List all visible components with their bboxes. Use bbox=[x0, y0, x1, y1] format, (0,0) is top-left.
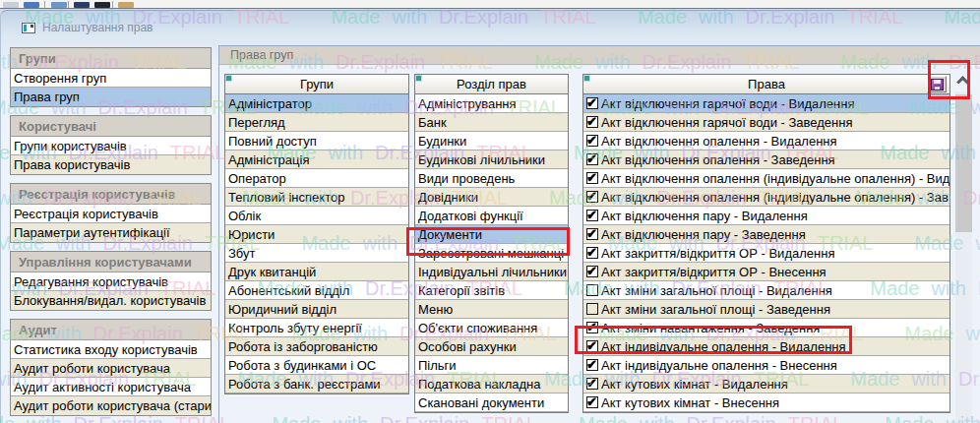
checkbox[interactable] bbox=[586, 396, 598, 408]
row-label: Меню bbox=[415, 302, 453, 317]
list-row[interactable]: Індивідуальні лічильники bbox=[415, 263, 568, 281]
list-row[interactable]: Зареєстровані мешканці bbox=[415, 244, 568, 263]
list-row[interactable]: Додаткові функції bbox=[415, 207, 568, 225]
list-row[interactable]: Друк квитанцій bbox=[225, 263, 408, 281]
checkbox[interactable] bbox=[586, 153, 598, 165]
list-row[interactable]: Акт індивідуальне опалення - Видалення bbox=[583, 337, 949, 356]
save-button[interactable] bbox=[927, 76, 947, 92]
sidebar-item[interactable]: Аудит роботи користувача bbox=[11, 359, 211, 378]
toolbar-icon-6[interactable] bbox=[118, 2, 134, 8]
list-row[interactable]: Скановані документи bbox=[415, 393, 568, 412]
list-row[interactable]: Акт закриття/відкриття ОР - Внесення bbox=[583, 263, 949, 281]
list-row[interactable]: Повний доступ bbox=[225, 132, 408, 151]
sidebar-item[interactable]: Права користувачів bbox=[11, 155, 211, 174]
list-row[interactable]: Збут bbox=[225, 244, 408, 263]
list-row[interactable]: Пільги bbox=[415, 356, 568, 375]
checkbox[interactable] bbox=[586, 284, 598, 296]
list-row[interactable]: Тепловий інспектор bbox=[225, 188, 408, 207]
list-row[interactable]: Податкова накладна bbox=[415, 375, 568, 393]
checkbox[interactable] bbox=[586, 266, 598, 277]
list-row[interactable]: Адміністрування bbox=[415, 94, 568, 113]
list-row[interactable]: Будинкові лічильники bbox=[415, 151, 568, 169]
list-row[interactable]: Особові рахунки bbox=[415, 337, 568, 356]
row-label: Облік bbox=[225, 209, 261, 223]
list-row[interactable]: Будинки bbox=[415, 132, 568, 151]
list-row[interactable]: Акт зміни загальної площі - Видалення bbox=[583, 281, 949, 300]
list-row[interactable]: Акт відключення опалення - Заведення bbox=[583, 151, 949, 169]
checkbox[interactable] bbox=[586, 340, 598, 352]
toolbar-icon-3[interactable] bbox=[51, 2, 67, 8]
checkbox[interactable] bbox=[586, 303, 598, 315]
list-row[interactable]: Юристи bbox=[225, 225, 408, 244]
toolbar-icon-1[interactable] bbox=[3, 2, 19, 8]
list-row[interactable]: Оператор bbox=[225, 169, 408, 188]
row-label: Перегляд bbox=[225, 115, 285, 130]
sidebar-item[interactable]: Редагування користувачів bbox=[11, 272, 211, 291]
list-row[interactable]: Робота з будинками і ОС bbox=[225, 356, 408, 375]
row-label: Друк квитанцій bbox=[225, 265, 316, 279]
sidebar-group-header: Користувачі bbox=[11, 116, 211, 137]
list-row[interactable]: Перегляд bbox=[225, 113, 408, 132]
list-row[interactable]: Акт відключення пару - Видалення bbox=[583, 207, 949, 225]
sidebar-item[interactable]: Права груп bbox=[11, 88, 211, 106]
checkbox[interactable] bbox=[586, 97, 598, 109]
sidebar-item[interactable]: Параметри аутентифікації bbox=[11, 223, 211, 242]
sidebar-item[interactable]: Статистика входу користувачів bbox=[11, 340, 211, 359]
row-label: Оператор bbox=[225, 171, 286, 186]
list-row[interactable]: Акт відключення опалення - Видалення bbox=[583, 132, 949, 151]
row-label: Акт зміни загальної площі - Видалення bbox=[598, 283, 832, 298]
checkbox[interactable] bbox=[586, 322, 598, 333]
sidebar-item[interactable]: Реєстрація користувачів bbox=[11, 205, 211, 223]
sidebar-item[interactable]: Блокування/видал. користувачів bbox=[11, 291, 211, 310]
checkbox[interactable] bbox=[586, 191, 598, 203]
list-row[interactable]: Акт зміни загальної площі - Заведення bbox=[583, 300, 949, 319]
list-row[interactable]: Акт індивідуальне опалення - Внесення bbox=[583, 356, 949, 375]
list-row[interactable]: Об'єкти споживання bbox=[415, 319, 568, 337]
list-row[interactable]: Робота із заборгованістю bbox=[225, 337, 408, 356]
row-label: Види проведень bbox=[415, 171, 515, 186]
list-row[interactable]: Меню bbox=[415, 300, 568, 319]
toolbar-icon-4[interactable] bbox=[74, 2, 90, 8]
list-row[interactable]: Акт відключення опалення (індивідуальне … bbox=[583, 188, 949, 207]
list-row[interactable]: Акт зміни навантаження - Заведення bbox=[583, 319, 949, 337]
row-label: Адміністрація bbox=[225, 152, 309, 167]
checkbox[interactable] bbox=[586, 172, 598, 184]
list-row[interactable]: Акт кутових кімнат - Видалення bbox=[583, 375, 949, 393]
list-row[interactable]: Банк bbox=[415, 113, 568, 132]
list-row[interactable]: Акт відключення пару - Заведення bbox=[583, 225, 949, 244]
sidebar-item[interactable]: Аудит активності користувача bbox=[11, 378, 211, 396]
sidebar-item[interactable]: Створення груп bbox=[11, 69, 211, 88]
list-row[interactable]: Юридичний відділ bbox=[225, 300, 408, 319]
checkbox[interactable] bbox=[586, 378, 598, 390]
list-row[interactable]: Робота з банк. реєстрами bbox=[225, 375, 408, 393]
checkbox[interactable] bbox=[586, 116, 598, 128]
list-row[interactable]: Контроль збуту енергії bbox=[225, 319, 408, 337]
sidebar-item[interactable]: Групи користувачів bbox=[11, 137, 211, 155]
list-row[interactable]: Абонентський відділ bbox=[225, 281, 408, 300]
list-row[interactable]: Категорії звітів bbox=[415, 281, 568, 300]
toolbar-icon-2[interactable] bbox=[24, 2, 39, 8]
sidebar-group: Реєстрація користувачівРеєстрація корист… bbox=[10, 183, 212, 243]
sidebar-item[interactable]: Аудит роботи користувача (стари bbox=[11, 396, 211, 415]
panel-header: Права груп bbox=[219, 46, 980, 65]
checkbox[interactable] bbox=[586, 135, 598, 147]
list-row[interactable]: Документи bbox=[415, 225, 568, 244]
checkbox[interactable] bbox=[586, 210, 598, 221]
toolbar-icon-5[interactable] bbox=[94, 2, 110, 8]
list-row[interactable]: Довідники bbox=[415, 188, 568, 207]
list-row[interactable]: Акт кутових кімнат - Внесення bbox=[583, 393, 949, 412]
list-row[interactable]: Акт закриття/відкриття ОР - Видалення bbox=[583, 244, 949, 263]
list-row[interactable]: Адміністрація bbox=[225, 151, 408, 169]
checkbox[interactable] bbox=[586, 359, 598, 371]
checkbox[interactable] bbox=[586, 228, 598, 240]
scrollbar-thumb[interactable] bbox=[955, 94, 972, 232]
checkbox[interactable] bbox=[586, 247, 598, 259]
list-title: Розділ прав bbox=[457, 77, 526, 91]
list-row[interactable]: Адміністратор bbox=[225, 94, 408, 113]
list-row[interactable]: Облік bbox=[225, 207, 408, 225]
list-row[interactable]: Акт відключення гарячої води - Видалення bbox=[583, 94, 949, 113]
list-row[interactable]: Акт відключення гарячої води - Заведення bbox=[583, 113, 949, 132]
list-row[interactable]: Акт відключення опалення (індивідуальне … bbox=[583, 169, 949, 188]
list-row[interactable]: Види проведень bbox=[415, 169, 568, 188]
grid-corner-icon bbox=[225, 75, 232, 82]
